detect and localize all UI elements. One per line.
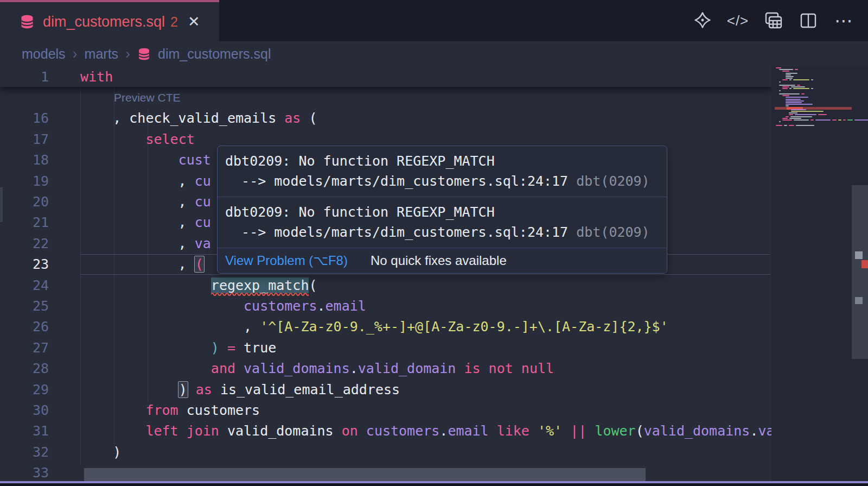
- code-text: , cu: [80, 173, 211, 189]
- code-segment: va: [195, 236, 211, 251]
- preview-results-icon[interactable]: [763, 10, 783, 31]
- code-segment: is_valid_email_address: [212, 382, 400, 397]
- code-line-27[interactable]: 27 ) = true: [0, 337, 771, 358]
- code-line-26[interactable]: 26 , '^[A-Za-z0-9._%+-]+@[A-Za-z0-9.-]+\…: [0, 317, 771, 337]
- code-segment: [529, 423, 538, 439]
- breadcrumb-models[interactable]: models: [22, 46, 66, 62]
- diagnostic-text: dbt0209: No function REGEXP_MATCH: [225, 151, 658, 171]
- code-segment: ,: [80, 236, 195, 251]
- line-number[interactable]: 21: [0, 214, 80, 230]
- code-text: regexp_match(: [80, 277, 317, 293]
- code-line-16[interactable]: 16 , check_valid_emails as (: [0, 108, 771, 129]
- code-segment: as: [284, 110, 301, 126]
- code-line-25[interactable]: 25 customers.email: [0, 295, 771, 316]
- line-number[interactable]: 24: [0, 277, 80, 293]
- minimap-line: [775, 83, 852, 84]
- minimap-token: [776, 67, 781, 68]
- code-segment: [80, 131, 145, 147]
- line-number[interactable]: 33: [0, 465, 80, 481]
- line-number[interactable]: 28: [0, 361, 80, 376]
- minimap-line: [775, 79, 852, 80]
- code-editor[interactable]: Preview CTE 16 , check_valid_emails as (…: [0, 66, 771, 486]
- line-number[interactable]: 25: [0, 298, 80, 314]
- code-line-31[interactable]: 31 left join valid_domains on customers.…: [0, 421, 771, 441]
- minimap-line: [775, 81, 852, 83]
- editor-tab-bar: dim_customers.sql 2 ✕ </>: [0, 0, 868, 41]
- diagnostic-source: dbt(0209): [568, 224, 650, 240]
- compile-sql-icon[interactable]: </>: [727, 10, 748, 31]
- line-number[interactable]: 19: [0, 173, 80, 189]
- code-segment: [586, 423, 595, 439]
- minimap-line: [775, 99, 852, 100]
- minimap-token: [789, 118, 801, 119]
- breadcrumb-file[interactable]: dim_customers.sql: [158, 46, 271, 62]
- code-line-1[interactable]: 1with: [0, 66, 771, 87]
- code-text: , cu: [80, 194, 211, 210]
- line-number[interactable]: 18: [0, 152, 80, 168]
- code-text: , cu: [80, 214, 211, 230]
- minimap-token: [786, 76, 794, 77]
- code-line-32[interactable]: 32 ): [0, 441, 771, 462]
- minimap-line: [775, 104, 852, 105]
- code-line-24[interactable]: 24 regexp_match(: [0, 275, 771, 295]
- code-segment: [235, 361, 244, 376]
- code-segment: [80, 402, 145, 418]
- problem-hover-tooltip[interactable]: dbt0209: No function REGEXP_MATCH --> mo…: [217, 146, 667, 274]
- code-segment: [456, 361, 464, 376]
- minimap-line: [775, 109, 852, 110]
- code-text: left join valid_domains on customers.ema…: [80, 423, 771, 439]
- line-number[interactable]: 1: [0, 69, 80, 85]
- minimap[interactable]: [771, 66, 868, 486]
- code-segment: .: [439, 423, 448, 439]
- line-number[interactable]: 32: [0, 444, 80, 460]
- code-segment: cu: [195, 214, 211, 230]
- split-editor-icon[interactable]: [798, 10, 819, 31]
- minimap-token: [786, 74, 791, 75]
- more-actions-icon[interactable]: ⋯: [833, 10, 854, 31]
- minimap-token: [779, 85, 795, 86]
- code-segment: valid_domains: [244, 361, 350, 376]
- line-number[interactable]: 29: [0, 382, 80, 397]
- vscode-editor-window: dim_customers.sql 2 ✕ </>: [0, 0, 868, 486]
- close-tab-icon[interactable]: ✕: [188, 15, 200, 29]
- codelens-preview-cte[interactable]: Preview CTE: [0, 87, 771, 108]
- minimap-token: [843, 119, 846, 121]
- minimap-token: [854, 119, 868, 121]
- line-number[interactable]: 17: [0, 131, 80, 147]
- code-segment: from: [145, 402, 178, 418]
- line-number[interactable]: 30: [0, 402, 80, 418]
- minimap-token: [832, 119, 837, 121]
- code-line-28[interactable]: 28 and valid_domains.valid_domain is not…: [0, 358, 771, 378]
- line-number[interactable]: 26: [0, 319, 80, 334]
- view-problem-link[interactable]: View Problem (⌥F8): [225, 253, 348, 268]
- line-number[interactable]: 23: [0, 256, 80, 272]
- sticky-scroll-line[interactable]: 1with: [0, 66, 771, 87]
- code-text: ) as is_valid_email_address: [80, 382, 400, 397]
- minimap-line: [775, 97, 852, 98]
- code-line-30[interactable]: 30 from customers: [0, 400, 771, 420]
- scrollbar-horizontal-slider[interactable]: [84, 468, 646, 482]
- code-text: , '^[A-Za-z0-9._%+-]+@[A-Za-z0-9.-]+\.[A…: [80, 319, 668, 334]
- line-number[interactable]: 16: [0, 110, 80, 126]
- scrollbar-vertical-slider[interactable]: [852, 185, 868, 359]
- line-number[interactable]: 20: [0, 194, 80, 210]
- dbt-power-user-icon[interactable]: [692, 10, 713, 31]
- diagnostic-message: dbt0209: No function REGEXP_MATCH --> mo…: [218, 197, 667, 248]
- code-segment: [80, 152, 178, 168]
- minimap-line: [775, 112, 852, 113]
- minimap-token: [791, 109, 806, 110]
- minimap-token: [784, 125, 787, 126]
- minimap-token: [801, 93, 805, 94]
- code-segment: ,: [80, 319, 260, 334]
- code-line-29[interactable]: 29 ) as is_valid_email_address: [0, 379, 771, 400]
- breadcrumb-marts[interactable]: marts: [85, 46, 119, 62]
- line-number[interactable]: 22: [0, 236, 80, 251]
- diagnostic-location: --> models/marts/dim_customers.sql:24:17…: [225, 171, 658, 191]
- line-number[interactable]: 31: [0, 423, 80, 439]
- database-icon: [137, 47, 151, 61]
- minimap-token: [810, 119, 814, 121]
- code-segment: cu: [195, 173, 211, 189]
- tab-title: dim_customers.sql: [43, 14, 165, 30]
- tab-dim-customers[interactable]: dim_customers.sql 2 ✕: [0, 0, 219, 41]
- line-number[interactable]: 27: [0, 340, 80, 356]
